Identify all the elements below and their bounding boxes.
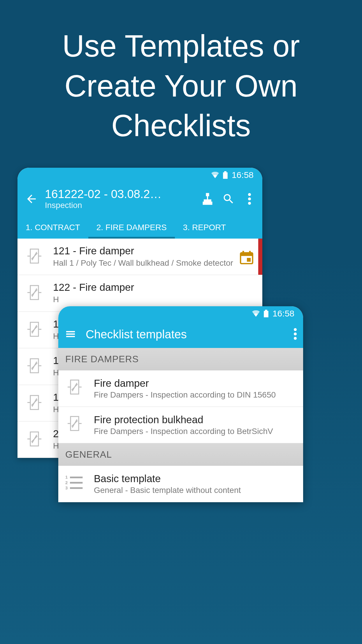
headline: Use Templates or Create Your Own Checkli… <box>0 0 362 146</box>
template-title: Fire damper <box>94 377 296 389</box>
item-title: 122 - Fire damper <box>53 281 239 293</box>
template-title: Basic template <box>94 473 296 484</box>
svg-rect-9 <box>265 310 267 311</box>
svg-rect-0 <box>224 171 226 172</box>
svg-point-6 <box>248 193 251 196</box>
template-item[interactable]: Basic template General - Basic template … <box>58 466 303 502</box>
svg-rect-4 <box>206 202 208 204</box>
damper-icon <box>23 391 45 414</box>
list-icon <box>65 474 86 494</box>
damper-icon <box>23 355 45 377</box>
page-title: Checklist templates <box>86 328 286 341</box>
svg-point-8 <box>248 202 251 205</box>
template-item[interactable]: Fire damper Fire Dampers - Inspection ac… <box>58 370 303 407</box>
section-header: GENERAL <box>58 443 303 466</box>
item-subtitle: H <box>53 294 239 305</box>
damper-icon <box>23 281 45 304</box>
tab-fire-dampers[interactable]: 2. FIRE DAMPERS <box>88 216 175 239</box>
svg-point-11 <box>294 328 297 331</box>
list-item[interactable]: 121 - Fire damper Hall 1 / Poly Tec / Wa… <box>17 239 262 275</box>
wifi-icon <box>252 310 260 317</box>
item-title: 121 - Fire damper <box>53 245 239 257</box>
app-bar: 161222-02 - 03.08.2… Inspection <box>17 182 262 216</box>
status-time: 16:58 <box>273 309 294 318</box>
battery-icon <box>223 171 228 179</box>
page-subtitle: Inspection <box>45 201 194 210</box>
template-title: Fire protection bulkhead <box>94 414 296 426</box>
page-title: 161222-02 - 03.08.2… <box>45 188 194 201</box>
tab-contract[interactable]: 1. CONTRACT <box>17 216 88 239</box>
template-subtitle: General - Basic template without content <box>94 486 296 495</box>
status-time: 16:58 <box>232 170 254 180</box>
svg-rect-2 <box>206 193 208 195</box>
damper-icon <box>23 245 45 267</box>
item-subtitle: Hall 1 / Poly Tec / Wall bulkhead / Smok… <box>53 258 239 268</box>
status-stripe <box>258 239 262 275</box>
template-item[interactable]: Fire protection bulkhead Fire Dampers - … <box>58 407 303 443</box>
svg-point-7 <box>248 197 251 200</box>
svg-rect-5 <box>210 202 212 204</box>
damper-icon <box>23 428 45 450</box>
damper-icon <box>65 415 86 435</box>
damper-icon <box>65 378 86 399</box>
damper-icon <box>23 318 45 340</box>
app-bar: Checklist templates <box>58 321 303 348</box>
svg-point-12 <box>294 332 297 335</box>
status-bar: 16:58 <box>17 168 262 182</box>
section-header: FIRE DAMPERS <box>58 348 303 370</box>
tab-report[interactable]: 3. REPORT <box>175 216 234 239</box>
svg-rect-10 <box>264 311 268 317</box>
tabs: 1. CONTRACT 2. FIRE DAMPERS 3. REPORT <box>17 216 262 239</box>
svg-rect-1 <box>223 172 228 179</box>
template-subtitle: Fire Dampers - Inspection according to B… <box>94 427 296 436</box>
template-subtitle: Fire Dampers - Inspection according to D… <box>94 390 296 400</box>
svg-rect-3 <box>203 202 205 204</box>
svg-point-13 <box>294 337 297 340</box>
status-bar: 16:58 <box>58 306 303 321</box>
more-icon[interactable] <box>242 192 256 206</box>
calendar-icon[interactable] <box>240 250 254 264</box>
more-icon[interactable] <box>294 328 297 341</box>
search-icon[interactable] <box>222 192 236 206</box>
wifi-icon <box>211 172 219 178</box>
sitemap-icon[interactable] <box>201 192 215 206</box>
templates-screen: 16:58 Checklist templates FIRE DAMPERS F… <box>58 306 303 502</box>
menu-icon[interactable] <box>65 328 78 341</box>
back-icon[interactable] <box>25 192 38 205</box>
battery-icon <box>264 310 268 317</box>
